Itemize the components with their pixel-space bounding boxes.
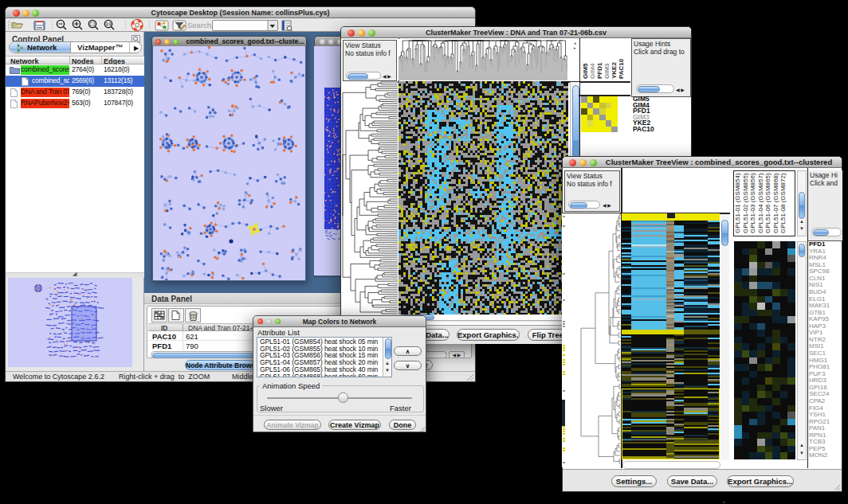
svg-text:Search:: Search: [187, 21, 214, 29]
svg-text:1:1: 1:1 [106, 22, 112, 26]
